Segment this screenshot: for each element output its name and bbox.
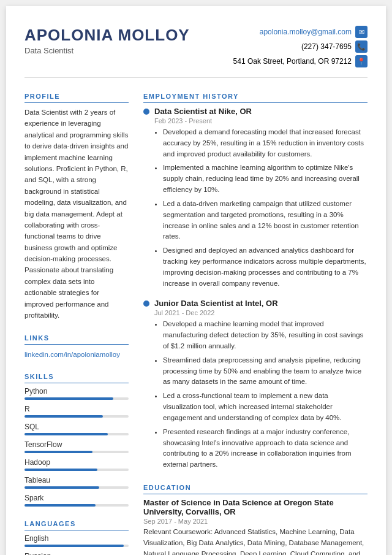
job-bullet: Designed and deployed an advanced analyt… [163,245,368,289]
education-section: EDUCATION Master of Science in Data Scie… [143,484,368,555]
skill-name: SQL [24,423,129,431]
resume: APOLONIA MOLLOY Data Scientist apolonia.… [6,6,386,555]
profile-section: PROFILE Data Scientist with 2 years of e… [24,93,129,321]
job-dot [143,300,149,307]
employment-section: EMPLOYMENT HISTORY Data Scientist at Nik… [143,93,368,470]
candidate-title: Data Scientist [24,46,190,55]
job-bullet: Implemented a machine learning algorithm… [163,163,368,195]
job-bullets: Developed a demand forecasting model tha… [154,127,368,289]
phone-number: (227) 347-7695 [301,42,352,51]
job-title: Junior Data Scientist at Intel, OR [154,299,278,308]
header: APOLONIA MOLLOY Data Scientist apolonia.… [24,26,368,78]
skill-bar-bg [24,486,129,489]
languages-title: LANGUAGES [24,520,129,530]
phone-contact: (227) 347-7695 📞 [301,40,368,53]
language-item: English [24,534,129,547]
skill-item: R [24,405,129,418]
job-bullets: Developed a machine learning model that … [154,319,368,470]
email-icon: ✉ [355,26,368,38]
job-bullet: Led a data-driven marketing campaign tha… [163,199,368,242]
skills-list: Python R SQL TensorFlow Hadoop Tableau S… [24,387,129,507]
skill-bar-fill [24,433,108,435]
job-dates: Jul 2021 - Dec 2022 [154,309,368,316]
language-name: Russian [24,552,129,555]
skills-section: SKILLS Python R SQL TensorFlow Hadoop Ta… [24,373,129,507]
skill-bar-bg [24,433,129,435]
language-item: Russian [24,552,129,555]
skill-bar-fill [24,504,96,507]
job-bullet: Led a cross-functional team to implement… [163,391,368,423]
links-section: LINKS linkedin.com/in/apoloniamolloy [24,334,129,359]
skill-bar-bg [24,451,129,453]
job-dates: Feb 2023 - Present [154,117,368,124]
skill-bar-fill [24,397,113,400]
education-dates: Sep 2017 - May 2021 [143,518,368,525]
language-bar-fill [24,545,124,547]
skill-name: Tableau [24,476,129,484]
address-contact: 541 Oak Street, Portland, OR 97212 📍 [233,55,368,67]
skill-item: Hadoop [24,458,129,471]
job-dot [143,109,149,115]
skill-name: Hadoop [24,458,129,467]
address-text: 541 Oak Street, Portland, OR 97212 [233,57,352,66]
job-header: Junior Data Scientist at Intel, OR [143,299,368,308]
jobs-list: Data Scientist at Nike, OR Feb 2023 - Pr… [143,107,368,470]
body: PROFILE Data Scientist with 2 years of e… [24,93,368,555]
skill-name: Python [24,387,129,396]
skills-title: SKILLS [24,373,129,383]
education-item: Master of Science in Data Science at Ore… [143,498,368,555]
skill-bar-fill [24,451,92,453]
language-name: English [24,534,129,543]
left-column: PROFILE Data Scientist with 2 years of e… [24,93,129,555]
education-title: EDUCATION [143,484,368,494]
languages-section: LANGUAGES English Russian [24,520,129,555]
job-bullet: Presented research findings at a major i… [163,427,368,470]
skill-name: TensorFlow [24,440,129,449]
header-right: apolonia.molloy@gmail.com ✉ (227) 347-76… [233,26,368,67]
right-column: EMPLOYMENT HISTORY Data Scientist at Nik… [143,93,368,555]
skill-item: TensorFlow [24,440,129,453]
linkedin-link-item: linkedin.com/in/apoloniamolloy [24,348,129,359]
skill-item: Tableau [24,476,129,489]
skill-name: Spark [24,494,129,502]
job-header: Data Scientist at Nike, OR [143,107,368,116]
job-bullet: Streamlined data preprocessing and analy… [163,355,368,388]
language-bar-bg [24,545,129,547]
links-title: LINKS [24,334,129,345]
header-left: APOLONIA MOLLOY Data Scientist [24,26,190,55]
job-bullet: Developed a machine learning model that … [163,319,368,351]
skill-item: Spark [24,494,129,507]
languages-list: English Russian [24,534,129,555]
skill-bar-fill [24,486,99,489]
skill-bar-bg [24,504,129,507]
profile-text: Data Scientist with 2 years of experienc… [24,107,129,321]
skill-bar-bg [24,469,129,471]
job-item: Data Scientist at Nike, OR Feb 2023 - Pr… [143,107,368,289]
skill-bar-fill [24,415,103,418]
email-link[interactable]: apolonia.molloy@gmail.com [260,28,352,36]
skill-bar-bg [24,415,129,418]
linkedin-link[interactable]: linkedin.com/in/apoloniamolloy [24,351,120,358]
location-icon: 📍 [355,55,368,67]
phone-icon: 📞 [355,40,368,53]
profile-title: PROFILE [24,93,129,103]
skill-item: Python [24,387,129,400]
job-item: Junior Data Scientist at Intel, OR Jul 2… [143,299,368,470]
job-bullet: Developed a demand forecasting model tha… [163,127,368,159]
skill-bar-bg [24,397,129,400]
skill-bar-fill [24,469,97,471]
education-coursework: Relevant Coursework: Advanced Statistics… [143,527,368,555]
candidate-name: APOLONIA MOLLOY [24,26,190,45]
email-contact: apolonia.molloy@gmail.com ✉ [260,26,368,38]
employment-title: EMPLOYMENT HISTORY [143,93,368,103]
education-list: Master of Science in Data Science at Ore… [143,498,368,555]
skill-name: R [24,405,129,413]
education-degree: Master of Science in Data Science at Ore… [143,498,368,516]
job-title: Data Scientist at Nike, OR [154,107,252,116]
skill-item: SQL [24,423,129,435]
